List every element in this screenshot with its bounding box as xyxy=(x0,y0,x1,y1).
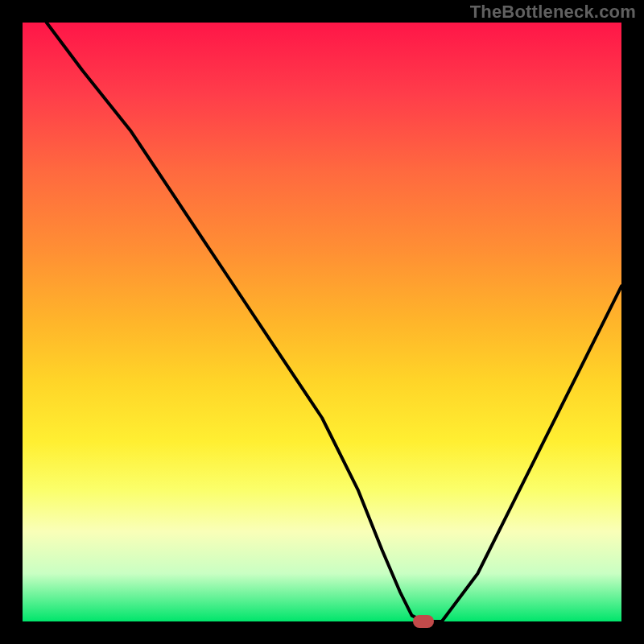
plot-area xyxy=(23,23,621,621)
optimal-marker xyxy=(413,615,434,628)
bottleneck-curve xyxy=(23,23,621,621)
chart-frame: TheBottleneck.com xyxy=(0,0,644,644)
watermark-text: TheBottleneck.com xyxy=(470,2,636,23)
